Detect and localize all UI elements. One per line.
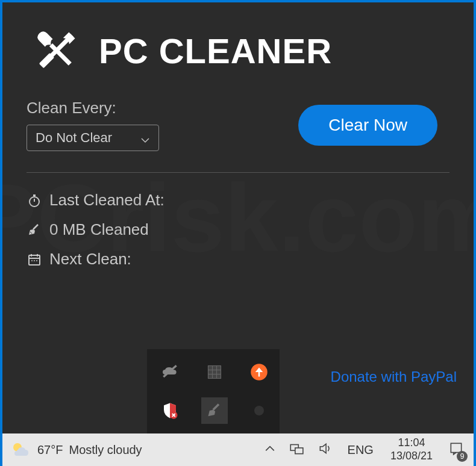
svg-rect-5	[33, 194, 36, 196]
empty-tray-slot[interactable]	[246, 397, 272, 424]
tray-chevron-up-icon[interactable]	[262, 441, 278, 459]
app-header: PC CLEANER	[27, 20, 449, 81]
svg-line-24	[213, 405, 219, 410]
weather-condition: Mostly cloudy	[69, 443, 142, 457]
clock-time: 11:04	[390, 436, 433, 450]
svg-point-13	[31, 260, 33, 261]
taskbar: 67°F Mostly cloudy ENG 11:04 13/08/21 9	[2, 433, 474, 466]
weather-cloudy-icon	[10, 439, 31, 461]
svg-rect-17	[208, 366, 221, 379]
donate-link[interactable]: Donate with PayPal	[331, 368, 457, 385]
clock-date: 13/08/21	[390, 450, 433, 463]
chevron-down-icon	[140, 133, 150, 143]
divider	[27, 172, 449, 173]
clean-every-label: Clean Every:	[27, 99, 159, 117]
security-shield-icon[interactable]	[157, 397, 183, 424]
weather-temp: 67°F	[37, 443, 63, 457]
cloud-off-icon[interactable]	[157, 359, 183, 385]
svg-rect-28	[295, 447, 302, 453]
volume-icon[interactable]	[315, 438, 336, 462]
mb-cleaned-label: 0 MB Cleaned	[49, 220, 149, 239]
calendar-icon	[27, 252, 42, 267]
last-cleaned-label: Last Cleaned At:	[49, 191, 164, 210]
tools-icon	[27, 20, 87, 81]
next-clean-label: Next Clean:	[49, 250, 131, 269]
broom-icon	[27, 222, 42, 238]
next-clean-row: Next Clean:	[27, 250, 449, 269]
system-tray-popup	[147, 349, 280, 433]
pc-cleaner-tray-icon[interactable]	[201, 397, 228, 424]
svg-line-7	[33, 225, 38, 229]
network-icon[interactable]	[286, 438, 307, 462]
upload-arrow-icon[interactable]	[246, 359, 272, 385]
svg-point-25	[254, 406, 264, 415]
notification-badge: 9	[457, 451, 468, 462]
dropdown-value: Do Not Clear	[36, 130, 112, 146]
controls-row: Clean Every: Do Not Clear Clear Now	[27, 99, 449, 151]
notification-center-icon[interactable]: 9	[446, 438, 466, 462]
mb-cleaned-row: 0 MB Cleaned	[27, 220, 449, 239]
clean-every-section: Clean Every: Do Not Clear	[27, 99, 159, 151]
clean-interval-dropdown[interactable]: Do Not Clear	[27, 125, 159, 151]
weather-widget[interactable]: 67°F Mostly cloudy	[10, 439, 142, 461]
clock[interactable]: 11:04 13/08/21	[386, 436, 437, 462]
language-indicator[interactable]: ENG	[344, 443, 377, 457]
grid-icon[interactable]	[201, 359, 228, 385]
last-cleaned-row: Last Cleaned At:	[27, 191, 449, 210]
stopwatch-icon	[27, 193, 42, 208]
app-title: PC CLEANER	[99, 31, 332, 71]
svg-point-15	[36, 260, 37, 261]
svg-point-14	[34, 260, 35, 261]
stats-section: Last Cleaned At: 0 MB Cleaned Next Clean…	[27, 191, 449, 269]
clear-now-button[interactable]: Clear Now	[298, 105, 437, 146]
